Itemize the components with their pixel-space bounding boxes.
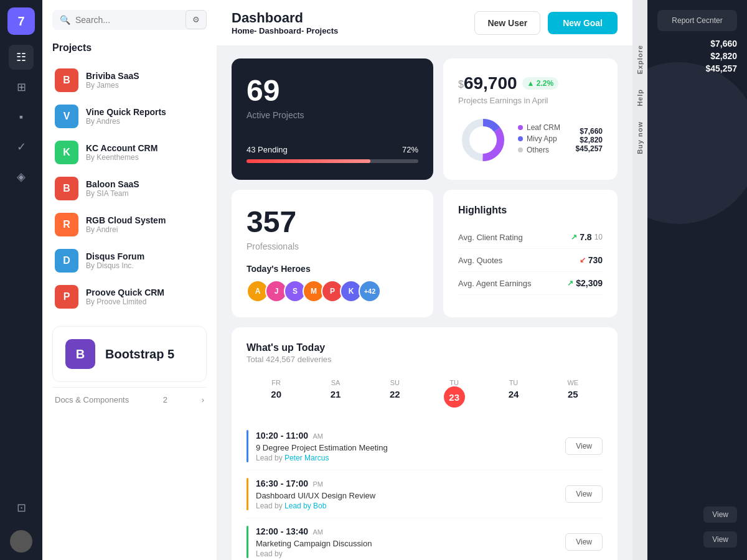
project-item[interactable]: V Vine Quick Reports By Andres	[52, 100, 207, 133]
event-details: 10:20 - 11:00 AM 9 Degree Project Estima…	[256, 430, 558, 462]
event-time: 12:00 - 13:40 AM	[256, 526, 558, 537]
tab-buy[interactable]: Buy now	[634, 114, 646, 162]
project-item[interactable]: B Briviba SaaS By James	[52, 63, 207, 97]
filter-button[interactable]: ⚙	[186, 10, 207, 29]
project-logo: D	[55, 249, 78, 273]
user-avatar-number[interactable]: 7	[7, 7, 35, 35]
right-val-3: $45,257	[657, 63, 737, 73]
mid-row: 357 Professionals Today's Heroes AJSMPK+…	[232, 190, 618, 317]
day-number: 20	[249, 389, 303, 399]
project-logo: K	[55, 141, 78, 164]
new-user-button[interactable]: New User	[474, 11, 540, 35]
day-number-active: 23	[444, 386, 465, 408]
docs-row[interactable]: Docs & Components 2 ›	[52, 387, 207, 412]
sidebar-icon-chart[interactable]: ▪	[9, 105, 34, 129]
sidebar-icon-grid[interactable]: ☷	[9, 45, 34, 70]
highlight-label: Avg. Agent Earnings	[458, 279, 532, 288]
day-cell[interactable]: Su22	[365, 374, 425, 413]
progress-bar-fill	[247, 159, 370, 163]
view-button-right[interactable]: View	[703, 506, 737, 523]
sidebar-icon-check[interactable]: ✓	[9, 134, 34, 159]
day-number: 24	[486, 389, 540, 399]
tab-help[interactable]: Help	[634, 82, 646, 114]
currency-symbol: $	[458, 79, 464, 90]
day-cell[interactable]: Tu23	[425, 374, 484, 413]
dashboard-body: 69 Active Projects 43 Pending 72% $ 69,7…	[217, 46, 632, 560]
project-logo: R	[55, 213, 78, 236]
highlights-card: Highlights Avg. Client Rating ↗ 7.8 10 A…	[443, 190, 618, 317]
days-row: Fr20Sa21Su22Tu23Tu24We25	[247, 374, 603, 413]
docs-count: 2	[163, 395, 167, 404]
event-title: Marketing Campaign Discussion	[256, 539, 558, 548]
event-details: 12:00 - 13:40 AM Marketing Campaign Disc…	[256, 526, 558, 558]
trend-up-icon: ↗	[571, 233, 577, 241]
highlight-row: Avg. Client Rating ↗ 7.8 10	[458, 226, 603, 249]
project-name: Baloon SaaS	[86, 179, 139, 189]
sidebar-icon-layers[interactable]: ⊞	[9, 75, 34, 100]
project-by: By Proove Limited	[86, 297, 164, 306]
day-name: We	[546, 379, 600, 386]
day-cell[interactable]: Tu24	[484, 374, 543, 413]
event-lead-link[interactable]: Lead by Bob	[284, 502, 326, 510]
event-view-button[interactable]: View	[565, 485, 603, 503]
breadcrumb-current: Projects	[306, 26, 338, 35]
legend-leaf: Leaf CRM	[527, 123, 560, 132]
projects-section-title: Projects	[52, 42, 207, 54]
event-lead-link[interactable]: Peter Marcus	[284, 454, 329, 462]
avatars-row: AJSMPK+42	[247, 280, 418, 302]
new-goal-button[interactable]: New Goal	[548, 12, 618, 34]
event-view-button[interactable]: View	[565, 533, 603, 551]
whats-up-title: What's up Today	[247, 342, 603, 353]
donut-val-3: $45,257	[576, 144, 603, 153]
event-bar	[247, 478, 248, 510]
day-cell[interactable]: Sa21	[306, 374, 365, 413]
project-item[interactable]: K KC Account CRM By Keenthemes	[52, 136, 207, 169]
right-tabs: Explore Help Buy now	[632, 0, 647, 560]
sidebar-icon-stack[interactable]: ◈	[9, 164, 34, 189]
left-panel: 🔍 ⚙ Projects B Briviba SaaS By James V V…	[42, 0, 217, 560]
pending-pct: 72%	[402, 145, 418, 154]
highlight-label: Avg. Quotes	[458, 256, 502, 265]
day-cell[interactable]: We25	[543, 374, 603, 413]
whats-up-subtitle: Total 424,567 deliveries	[247, 355, 603, 364]
projects-list: B Briviba SaaS By James V Vine Quick Rep…	[52, 63, 207, 314]
project-by: By Andrei	[86, 225, 166, 234]
event-view-button[interactable]: View	[565, 437, 603, 455]
project-name: Proove Quick CRM	[86, 287, 164, 297]
event-title: Dashboard UI/UX Design Review	[256, 491, 558, 500]
project-by: By Keenthemes	[86, 153, 157, 162]
project-item[interactable]: D Disqus Forum By Disqus Inc.	[52, 244, 207, 278]
breadcrumb-dash[interactable]: Dashboard-	[259, 26, 304, 35]
project-by: By SIA Team	[86, 189, 139, 198]
event-bar	[247, 430, 248, 462]
pending-row: 43 Pending 72%	[247, 145, 418, 154]
project-name: KC Account CRM	[86, 143, 157, 153]
search-bar: 🔍	[52, 10, 207, 30]
user-profile-avatar[interactable]	[10, 530, 32, 553]
view-button-right-2[interactable]: View	[703, 531, 737, 548]
earnings-amount: 69,700	[464, 73, 517, 93]
events-list: 10:20 - 11:00 AM 9 Degree Project Estima…	[247, 422, 603, 560]
earnings-badge: ▲ 2.2%	[522, 77, 559, 90]
earnings-label: Projects Earnings in April	[458, 96, 603, 105]
progress-bar-bg	[247, 159, 418, 163]
breadcrumb-home[interactable]: Home-	[232, 26, 256, 35]
sidebar-icon-briefcase[interactable]: ⊡	[9, 495, 34, 520]
day-name: Fr	[249, 379, 303, 386]
report-center-button[interactable]: Report Cecnter	[657, 10, 737, 31]
earnings-card: $ 69,700 ▲ 2.2% Projects Earnings in Apr…	[443, 58, 618, 180]
professionals-number: 357	[247, 205, 418, 239]
tab-explore[interactable]: Explore	[634, 37, 646, 82]
event-item: 10:20 - 11:00 AM 9 Degree Project Estima…	[247, 422, 603, 470]
right-values: $7,660 $2,820 $45,257	[657, 39, 737, 73]
project-item[interactable]: R RGB Cloud System By Andrei	[52, 208, 207, 241]
search-input[interactable]	[75, 15, 199, 25]
project-item[interactable]: P Proove Quick CRM By Proove Limited	[52, 280, 207, 314]
event-bar	[247, 526, 248, 558]
donut-area: Leaf CRM Mivy App Others $7,660 $2,820 $…	[458, 115, 603, 165]
donut-val-2: $2,820	[576, 136, 603, 144]
day-cell[interactable]: Fr20	[247, 374, 306, 413]
highlight-value: ↗ 7.8 10	[571, 232, 603, 242]
project-item[interactable]: B Baloon SaaS By SIA Team	[52, 172, 207, 205]
project-name: RGB Cloud System	[86, 215, 166, 225]
